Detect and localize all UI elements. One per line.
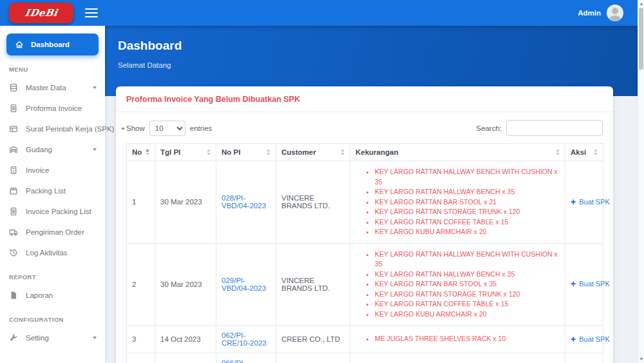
plus-icon [571,280,576,287]
cell-tgl-pi: 30 Mar 2023 [155,161,216,244]
col-header-kekurangan[interactable]: Kekurangan [350,144,565,161]
table-row: 1 30 Mar 2023 028/PI-VBD/04-2023 VINCERE… [127,161,603,244]
sort-icon [207,149,211,155]
sidebar-item-spk[interactable]: Surat Perintah Kerja (SPK) [0,119,105,139]
sidebar-item-label: Surat Perintah Kerja (SPK) [26,125,114,133]
table-list-icon [8,124,19,133]
cell-customer: VINCERE BRANDS LTD. [276,161,350,244]
buat-spk-button[interactable]: Buat SPK [571,198,610,206]
cell-no: 1 [127,161,155,244]
show-label: Show [126,124,145,132]
truck-icon [8,228,19,237]
sidebar-item-label: Dashboard [31,41,70,48]
sidebar-item-dashboard[interactable]: Dashboard [6,34,99,55]
proforma-table: No Tgl PI No PI Customer Kekurangan Aksi… [126,143,603,363]
kekurangan-item: KEY LARGO KUBU ARMCHAIR x 20 [375,227,560,237]
cell-kekurangan: KEY LARGO RATTAN HALLWAY BENCH WITH CUSH… [350,243,565,326]
page-title: Dashboard [118,39,638,53]
sidebar-item-gudang[interactable]: Gudang [0,139,105,160]
sidebar-item-label: Proforma Invoice [26,104,82,112]
sidebar-item-packing-list[interactable]: Packing List [0,181,105,201]
cell-customer: VINCERE BRANDS LTD. [276,243,350,326]
sort-icon [556,149,560,155]
search-input[interactable] [506,120,603,136]
no-pi-link[interactable]: 028/PI-VBD/04-2023 [222,194,266,210]
sidebar-item-invoice[interactable]: $ Invoice [0,160,105,181]
app-logo[interactable]: IDeBi [9,3,73,23]
sidebar-item-proforma-invoice[interactable]: Proforma Invoice [0,98,105,119]
sidebar-section-report: REPORT [0,263,105,285]
admin-user-label[interactable]: Admin [578,9,601,17]
vertical-scrollbar[interactable] [638,0,644,363]
sidebar-item-setting[interactable]: Setting [0,328,105,348]
no-pi-link[interactable]: 062/PI-CRE/10-2023 [222,331,267,347]
scroll-down-arrow-icon[interactable] [639,358,643,360]
kekurangan-item: KEY LARGO RATTAN HALLWAY BENCH WITH CUSH… [375,167,560,187]
sidebar-section-menu: MENU [0,55,105,77]
col-header-no-pi[interactable]: No PI [216,144,276,161]
sidebar-item-label: Setting [26,334,49,342]
table-header-row: No Tgl PI No PI Customer Kekurangan Aksi [127,144,603,161]
caret-down-icon [93,337,97,339]
sidebar-item-label: Pengiriman Order [26,228,84,236]
sidebar-item-log-aktivitas[interactable]: Log Aktivitas [0,242,105,263]
kekurangan-item: KEY LARGO RATTAN COFFEE TABLE x 15 [375,299,560,309]
main-content: Dashboard Selamat Datang Proforma Invoic… [105,26,638,363]
cell-no: 3 [127,326,155,353]
no-pi-link[interactable]: 066/PI-CRE/11-2023 [222,359,266,363]
warehouse-icon [8,145,19,154]
cell-customer: CREER CO., LTD [276,353,350,363]
sidebar-item-master-data[interactable]: Master Data [0,77,105,98]
box-icon [8,186,19,195]
no-pi-link[interactable]: 029/PI-VBD/04-2023 [222,277,266,292]
sidebar-item-laporan[interactable]: Laporan [0,285,105,306]
cell-tgl-pi: 22 Nov 2023 [155,353,216,363]
database-icon [8,83,19,92]
col-header-customer[interactable]: Customer [276,144,350,161]
kekurangan-item: KEY LARGO RATTAN BAR STOOL x 21 [375,197,560,208]
sidebar-item-pengiriman-order[interactable]: Pengiriman Order [0,222,105,242]
logo-text: IDeBi [24,7,59,19]
file-icon [8,291,19,300]
sort-icon [594,149,598,155]
cell-tgl-pi: 14 Oct 2023 [155,326,216,353]
sidebar-item-invoice-packing-list[interactable]: Invoice Packing List [0,201,105,222]
sidebar-section-configuration: CONFIGURATION [0,306,105,328]
kekurangan-item: KEY LARGO RATTAN HALLWAY BENCH WITH CUSH… [375,250,560,270]
col-header-tgl-pi[interactable]: Tgl PI [155,144,216,161]
file-lines-icon [8,207,19,216]
buat-spk-button[interactable]: Buat SPK [571,335,610,343]
cell-customer: CREER CO., LTD [276,326,350,353]
card-title: Proforma Invoice Yang Belum Dibuatkan SP… [116,86,613,112]
plus-icon [571,336,576,342]
kekurangan-item: KEY LARGO RATTAN COFFEE TABLE x 15 [375,217,560,228]
wrench-icon [8,333,19,342]
sidebar-item-label: Gudang [26,146,52,153]
caret-down-icon [93,148,97,151]
kekurangan-item: KEY LARGO RATTAN STORAGE TRUNK x 120 [375,207,560,217]
sort-icon [267,149,270,155]
entries-select[interactable]: 10 [149,121,185,136]
scrollbar-thumb[interactable] [639,8,643,70]
user-avatar[interactable] [607,5,623,21]
cell-no: 2 [127,243,155,326]
caret-down-icon [93,86,97,89]
cell-kekurangan: FABRIC AROROG TAG x 2600 [350,353,565,363]
sidebar-item-label: Master Data [26,84,66,92]
col-header-aksi[interactable]: Aksi [565,144,603,161]
kekurangan-item: ME JUGLAS THREE SHELVES RACK x 10 [375,334,560,344]
sidebar-item-label: Packing List [26,187,66,195]
cell-kekurangan: ME JUGLAS THREE SHELVES RACK x 10 [350,326,565,353]
buat-spk-button[interactable]: Buat SPK [571,280,610,288]
kekurangan-item: KEY LARGO RATTAN STORAGE TRUNK x 120 [375,289,560,300]
cell-no: 4 [127,353,155,363]
kekurangan-item: KEY LARGO RATTAN HALLWAY BENCH x 35 [375,270,560,280]
caret-down-icon [121,128,125,130]
kekurangan-item: KEY LARGO RATTAN BAR STOOL x 35 [375,279,560,289]
entries-label: entries [190,124,213,132]
scroll-up-arrow-icon[interactable] [639,3,643,5]
cell-tgl-pi: 30 Mar 2023 [155,243,216,326]
col-header-no[interactable]: No [127,144,155,161]
menu-toggle-icon[interactable] [85,6,98,20]
table-row: 3 14 Oct 2023 062/PI-CRE/10-2023 CREER C… [127,326,603,353]
